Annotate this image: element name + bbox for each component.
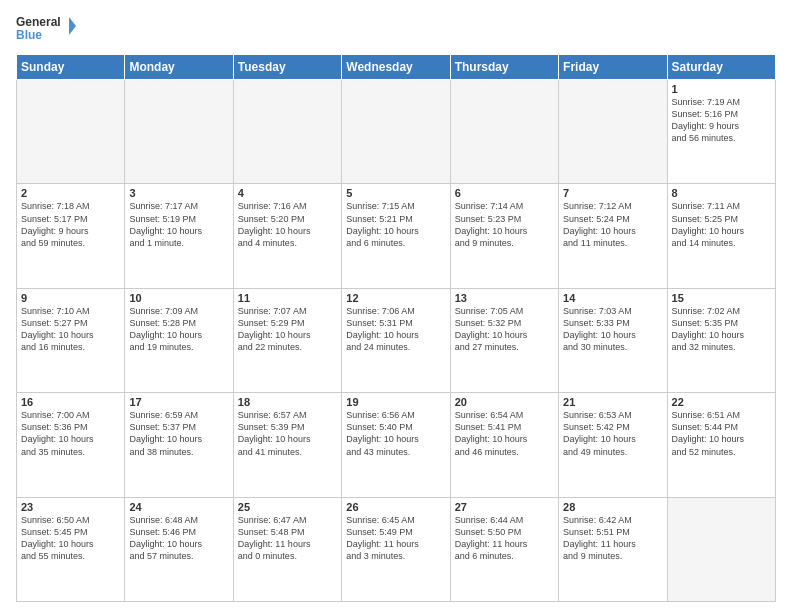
day-number: 14 [563, 292, 662, 304]
day-number: 15 [672, 292, 771, 304]
day-number: 8 [672, 187, 771, 199]
calendar-cell: 4Sunrise: 7:16 AM Sunset: 5:20 PM Daylig… [233, 184, 341, 288]
weekday-header: Monday [125, 55, 233, 80]
day-detail: Sunrise: 7:02 AM Sunset: 5:35 PM Dayligh… [672, 305, 771, 354]
calendar-cell: 3Sunrise: 7:17 AM Sunset: 5:19 PM Daylig… [125, 184, 233, 288]
day-number: 12 [346, 292, 445, 304]
calendar-cell: 15Sunrise: 7:02 AM Sunset: 5:35 PM Dayli… [667, 288, 775, 392]
day-detail: Sunrise: 6:56 AM Sunset: 5:40 PM Dayligh… [346, 409, 445, 458]
svg-text:Blue: Blue [16, 28, 42, 42]
calendar-cell: 14Sunrise: 7:03 AM Sunset: 5:33 PM Dayli… [559, 288, 667, 392]
weekday-header: Sunday [17, 55, 125, 80]
header: General Blue [16, 12, 776, 48]
calendar-cell: 16Sunrise: 7:00 AM Sunset: 5:36 PM Dayli… [17, 393, 125, 497]
calendar-cell: 18Sunrise: 6:57 AM Sunset: 5:39 PM Dayli… [233, 393, 341, 497]
calendar-cell: 28Sunrise: 6:42 AM Sunset: 5:51 PM Dayli… [559, 497, 667, 601]
weekday-header: Thursday [450, 55, 558, 80]
calendar-cell: 17Sunrise: 6:59 AM Sunset: 5:37 PM Dayli… [125, 393, 233, 497]
calendar-cell [667, 497, 775, 601]
calendar-cell [559, 80, 667, 184]
calendar-cell: 11Sunrise: 7:07 AM Sunset: 5:29 PM Dayli… [233, 288, 341, 392]
day-number: 23 [21, 501, 120, 513]
weekday-header-row: SundayMondayTuesdayWednesdayThursdayFrid… [17, 55, 776, 80]
day-detail: Sunrise: 7:09 AM Sunset: 5:28 PM Dayligh… [129, 305, 228, 354]
generalblue-logo: General Blue [16, 12, 76, 48]
day-number: 26 [346, 501, 445, 513]
calendar-cell: 5Sunrise: 7:15 AM Sunset: 5:21 PM Daylig… [342, 184, 450, 288]
day-detail: Sunrise: 7:19 AM Sunset: 5:16 PM Dayligh… [672, 96, 771, 145]
day-number: 17 [129, 396, 228, 408]
calendar-week-row: 9Sunrise: 7:10 AM Sunset: 5:27 PM Daylig… [17, 288, 776, 392]
calendar-cell: 2Sunrise: 7:18 AM Sunset: 5:17 PM Daylig… [17, 184, 125, 288]
calendar-cell: 21Sunrise: 6:53 AM Sunset: 5:42 PM Dayli… [559, 393, 667, 497]
logo: General Blue [16, 12, 76, 48]
calendar-week-row: 1Sunrise: 7:19 AM Sunset: 5:16 PM Daylig… [17, 80, 776, 184]
calendar-cell: 6Sunrise: 7:14 AM Sunset: 5:23 PM Daylig… [450, 184, 558, 288]
day-number: 22 [672, 396, 771, 408]
day-detail: Sunrise: 6:45 AM Sunset: 5:49 PM Dayligh… [346, 514, 445, 563]
day-detail: Sunrise: 6:42 AM Sunset: 5:51 PM Dayligh… [563, 514, 662, 563]
day-number: 18 [238, 396, 337, 408]
day-number: 20 [455, 396, 554, 408]
day-number: 16 [21, 396, 120, 408]
day-number: 24 [129, 501, 228, 513]
calendar-cell [342, 80, 450, 184]
calendar-cell: 8Sunrise: 7:11 AM Sunset: 5:25 PM Daylig… [667, 184, 775, 288]
day-detail: Sunrise: 6:59 AM Sunset: 5:37 PM Dayligh… [129, 409, 228, 458]
calendar-cell: 27Sunrise: 6:44 AM Sunset: 5:50 PM Dayli… [450, 497, 558, 601]
day-number: 1 [672, 83, 771, 95]
calendar-cell: 12Sunrise: 7:06 AM Sunset: 5:31 PM Dayli… [342, 288, 450, 392]
day-number: 25 [238, 501, 337, 513]
day-number: 13 [455, 292, 554, 304]
day-detail: Sunrise: 6:47 AM Sunset: 5:48 PM Dayligh… [238, 514, 337, 563]
day-detail: Sunrise: 7:16 AM Sunset: 5:20 PM Dayligh… [238, 200, 337, 249]
day-detail: Sunrise: 7:06 AM Sunset: 5:31 PM Dayligh… [346, 305, 445, 354]
calendar-cell: 22Sunrise: 6:51 AM Sunset: 5:44 PM Dayli… [667, 393, 775, 497]
calendar-cell [17, 80, 125, 184]
day-number: 28 [563, 501, 662, 513]
calendar-week-row: 16Sunrise: 7:00 AM Sunset: 5:36 PM Dayli… [17, 393, 776, 497]
calendar-cell: 9Sunrise: 7:10 AM Sunset: 5:27 PM Daylig… [17, 288, 125, 392]
calendar-cell: 7Sunrise: 7:12 AM Sunset: 5:24 PM Daylig… [559, 184, 667, 288]
calendar-cell: 24Sunrise: 6:48 AM Sunset: 5:46 PM Dayli… [125, 497, 233, 601]
day-number: 27 [455, 501, 554, 513]
day-detail: Sunrise: 7:18 AM Sunset: 5:17 PM Dayligh… [21, 200, 120, 249]
day-detail: Sunrise: 7:05 AM Sunset: 5:32 PM Dayligh… [455, 305, 554, 354]
calendar-cell: 10Sunrise: 7:09 AM Sunset: 5:28 PM Dayli… [125, 288, 233, 392]
day-number: 2 [21, 187, 120, 199]
calendar-week-row: 23Sunrise: 6:50 AM Sunset: 5:45 PM Dayli… [17, 497, 776, 601]
day-detail: Sunrise: 7:12 AM Sunset: 5:24 PM Dayligh… [563, 200, 662, 249]
calendar-cell: 23Sunrise: 6:50 AM Sunset: 5:45 PM Dayli… [17, 497, 125, 601]
day-number: 6 [455, 187, 554, 199]
day-number: 4 [238, 187, 337, 199]
day-detail: Sunrise: 7:17 AM Sunset: 5:19 PM Dayligh… [129, 200, 228, 249]
calendar-cell: 26Sunrise: 6:45 AM Sunset: 5:49 PM Dayli… [342, 497, 450, 601]
calendar-cell: 20Sunrise: 6:54 AM Sunset: 5:41 PM Dayli… [450, 393, 558, 497]
weekday-header: Tuesday [233, 55, 341, 80]
svg-marker-2 [69, 17, 76, 35]
day-detail: Sunrise: 7:03 AM Sunset: 5:33 PM Dayligh… [563, 305, 662, 354]
calendar-cell [125, 80, 233, 184]
day-number: 5 [346, 187, 445, 199]
calendar-cell: 1Sunrise: 7:19 AM Sunset: 5:16 PM Daylig… [667, 80, 775, 184]
day-detail: Sunrise: 7:00 AM Sunset: 5:36 PM Dayligh… [21, 409, 120, 458]
page: General Blue SundayMondayTuesdayWednesda… [0, 0, 792, 612]
day-number: 3 [129, 187, 228, 199]
svg-text:General: General [16, 15, 61, 29]
weekday-header: Saturday [667, 55, 775, 80]
day-detail: Sunrise: 6:44 AM Sunset: 5:50 PM Dayligh… [455, 514, 554, 563]
day-detail: Sunrise: 6:53 AM Sunset: 5:42 PM Dayligh… [563, 409, 662, 458]
day-number: 21 [563, 396, 662, 408]
day-detail: Sunrise: 7:10 AM Sunset: 5:27 PM Dayligh… [21, 305, 120, 354]
calendar-week-row: 2Sunrise: 7:18 AM Sunset: 5:17 PM Daylig… [17, 184, 776, 288]
calendar-cell: 25Sunrise: 6:47 AM Sunset: 5:48 PM Dayli… [233, 497, 341, 601]
day-detail: Sunrise: 7:07 AM Sunset: 5:29 PM Dayligh… [238, 305, 337, 354]
day-detail: Sunrise: 6:54 AM Sunset: 5:41 PM Dayligh… [455, 409, 554, 458]
day-number: 9 [21, 292, 120, 304]
day-detail: Sunrise: 6:51 AM Sunset: 5:44 PM Dayligh… [672, 409, 771, 458]
day-detail: Sunrise: 6:48 AM Sunset: 5:46 PM Dayligh… [129, 514, 228, 563]
weekday-header: Friday [559, 55, 667, 80]
day-number: 10 [129, 292, 228, 304]
calendar-cell: 19Sunrise: 6:56 AM Sunset: 5:40 PM Dayli… [342, 393, 450, 497]
calendar-cell [233, 80, 341, 184]
